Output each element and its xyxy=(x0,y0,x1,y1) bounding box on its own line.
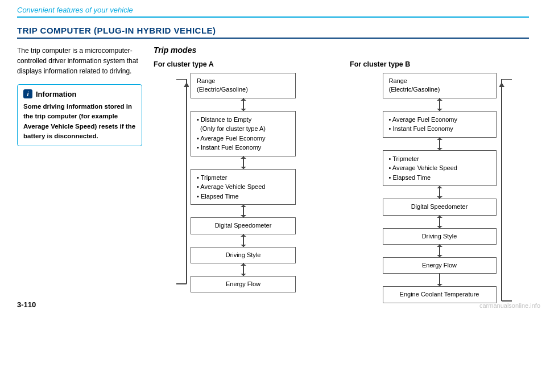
flow-box-range-b: Range(Electric/Gasoline) xyxy=(383,73,497,98)
flow-box-fuel-b: Average Fuel Economy Instant Fuel Econom… xyxy=(383,111,497,138)
page-number: 3-110 xyxy=(17,300,36,309)
svg-marker-26 xyxy=(437,186,442,188)
trip-modes-title: Trip modes xyxy=(154,46,529,55)
flow-box-energy-a: Energy Flow xyxy=(191,276,296,292)
svg-marker-1 xyxy=(241,98,246,101)
right-area: Trip modes For cluster type A Range(Elec xyxy=(154,46,529,303)
cluster-b-column: For cluster type B Range(Electric/Gasoli… xyxy=(350,60,529,303)
flow-box-range-a: Range(Electric/Gasoline) xyxy=(191,73,296,98)
page-container: Convenient features of your vehicle TRIP… xyxy=(0,0,546,315)
cluster-b-label: For cluster type B xyxy=(350,60,410,68)
svg-marker-7 xyxy=(241,205,246,207)
return-arrow-a xyxy=(296,73,313,292)
content-area: The trip computer is a microcomputer-con… xyxy=(17,46,529,303)
left-return-arrow-a xyxy=(176,79,189,290)
info-icon: i xyxy=(23,89,32,98)
flow-box-fuel-a: Distance to Empty (Only for cluster type… xyxy=(191,111,296,156)
svg-marker-13 xyxy=(241,263,246,266)
flow-section-b: Range(Electric/Gasoline) xyxy=(378,73,500,303)
svg-marker-4 xyxy=(241,156,246,159)
cluster-a-label: For cluster type A xyxy=(154,60,214,68)
flow-box-driving-b: Driving Style xyxy=(383,228,497,245)
info-title: Information xyxy=(36,90,77,98)
svg-marker-29 xyxy=(437,216,442,218)
svg-marker-23 xyxy=(437,138,442,140)
flow-section-a: Range(Electric/Gasoline) xyxy=(188,73,299,292)
info-box-header: i Information xyxy=(23,89,136,98)
watermark: carmanualsonline.info xyxy=(479,302,540,309)
svg-marker-10 xyxy=(241,234,246,237)
header: Convenient features of your vehicle xyxy=(17,6,529,18)
cluster-a-column: For cluster type A Range(Electric/Gasoli… xyxy=(154,60,333,303)
info-box: i Information Some driving information s… xyxy=(17,84,142,146)
flow-box-trip-a: Tripmeter Average Vehicle Speed Elapsed … xyxy=(191,169,296,205)
main-heading: TRIP COMPUTER (PLUG-IN HYBRID VEHICLE) xyxy=(17,26,529,39)
svg-marker-20 xyxy=(437,98,442,101)
flow-box-driving-a: Driving Style xyxy=(191,247,296,263)
header-title: Convenient features of your vehicle xyxy=(17,6,133,14)
flow-box-energy-b: Energy Flow xyxy=(383,257,497,274)
intro-text: The trip computer is a microcomputer-con… xyxy=(17,46,142,76)
flow-box-coolant-b: Engine Coolant Temperature xyxy=(383,286,497,303)
left-column: The trip computer is a microcomputer-con… xyxy=(17,46,142,303)
flow-box-digital-b: Digital Speedometer xyxy=(383,199,497,215)
flow-box-digital-a: Digital Speedometer xyxy=(191,217,296,234)
flow-box-trip-b: Tripmeter Average Vehicle Speed Elapsed … xyxy=(383,150,497,187)
svg-marker-39 xyxy=(499,82,504,87)
svg-marker-32 xyxy=(437,245,442,247)
info-box-body: Some driving information stored in the t… xyxy=(23,102,136,141)
right-return-arrow-b xyxy=(499,79,513,303)
svg-marker-18 xyxy=(184,82,189,87)
clusters-container: For cluster type A Range(Electric/Gasoli… xyxy=(154,60,529,303)
